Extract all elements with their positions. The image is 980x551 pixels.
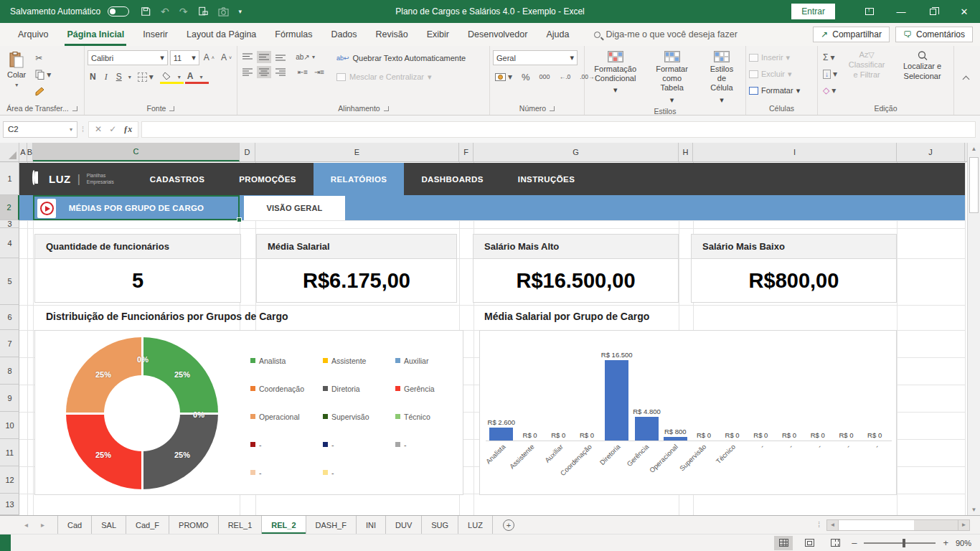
align-bottom-button[interactable] — [273, 51, 288, 63]
selected-cell-c2[interactable]: MÉDIAS POR GRUPO DE CARGO — [33, 195, 240, 220]
legend-item[interactable]: Técnico — [395, 413, 468, 421]
row-header-7[interactable]: 7 — [0, 330, 19, 357]
ribbon-tab-arquivo[interactable]: Arquivo — [9, 23, 57, 46]
bar[interactable] — [635, 417, 659, 441]
select-all-corner[interactable] — [0, 143, 19, 161]
sheet-tab-sal[interactable]: SAL — [92, 516, 126, 534]
legend-item[interactable]: Diretoria — [323, 385, 395, 393]
number-dialog-launcher-icon[interactable] — [550, 106, 555, 111]
legend-item[interactable]: Operacional — [250, 413, 323, 421]
row-header-6[interactable]: 6 — [0, 305, 19, 330]
legend-item[interactable]: Supervisão — [323, 413, 395, 421]
align-top-button[interactable] — [240, 51, 255, 63]
row-header-1[interactable]: 1 — [0, 163, 19, 195]
column-header-H[interactable]: H — [679, 143, 693, 161]
name-box[interactable]: C2▾ — [3, 121, 77, 138]
row-header-12[interactable]: 12 — [0, 466, 19, 494]
sheet-tab-cad[interactable]: Cad — [57, 516, 92, 534]
row-header-9[interactable]: 9 — [0, 385, 19, 412]
play-button[interactable] — [37, 199, 56, 218]
horizontal-scrollbar-thumb[interactable] — [839, 520, 914, 530]
cut-button[interactable]: ✂ — [33, 51, 53, 65]
ribbon-tab-página-inicial[interactable]: Página Inicial — [57, 23, 133, 46]
insert-function-icon[interactable]: ƒx — [123, 124, 132, 135]
font-name-combo[interactable]: Calibri▾ — [88, 50, 168, 65]
sheet-tab-rel_1[interactable]: REL_1 — [219, 516, 263, 534]
restore-button[interactable] — [917, 0, 948, 23]
delete-cells-button[interactable]: Excluir▾ — [749, 67, 814, 81]
zoom-slider-thumb[interactable] — [903, 539, 905, 547]
fill-color-button[interactable] — [160, 70, 174, 84]
sheet-tab-duv[interactable]: DUV — [386, 516, 422, 534]
format-painter-button[interactable] — [33, 84, 53, 98]
bar[interactable] — [489, 428, 513, 441]
row-header-13[interactable]: 13 — [0, 494, 19, 515]
ribbon-tab-dados[interactable]: Dados — [321, 23, 366, 46]
ribbon-tab-ajuda[interactable]: Ajuda — [537, 23, 578, 46]
column-header-G[interactable]: G — [473, 143, 679, 161]
accounting-format-button[interactable]: ▾ — [493, 70, 514, 84]
formula-input[interactable] — [141, 121, 976, 138]
format-as-table-button[interactable]: Formatar como Tabela▾ — [646, 49, 698, 107]
scroll-up-icon[interactable]: ▲ — [968, 143, 980, 154]
row-header-11[interactable]: 11 — [0, 439, 19, 466]
wrap-text-button[interactable]: ab↩Quebrar Texto Automaticamente — [336, 51, 466, 65]
column-header-I[interactable]: I — [693, 143, 897, 161]
column-header-J[interactable]: J — [897, 143, 965, 161]
percent-style-button[interactable]: % — [519, 70, 532, 84]
tabbar-resize-handle[interactable]: ⁞ — [818, 516, 821, 534]
legend-item[interactable]: - — [250, 468, 323, 477]
font-dialog-launcher-icon[interactable] — [169, 106, 174, 111]
normal-view-button[interactable] — [774, 536, 793, 550]
row-header-5[interactable]: 5 — [0, 258, 19, 305]
grow-font-button[interactable]: A˄ — [202, 50, 217, 65]
row-header-8[interactable]: 8 — [0, 357, 19, 385]
column-header-D[interactable]: D — [240, 143, 255, 161]
legend-item[interactable]: - — [395, 441, 468, 449]
save-icon[interactable] — [141, 6, 151, 17]
merge-center-button[interactable]: Mesclar e Centralizar▾ — [336, 70, 466, 84]
nav-item-promoções[interactable]: PROMOÇÕES — [222, 163, 314, 195]
number-format-combo[interactable]: Geral▾ — [493, 50, 578, 65]
nav-item-instruções[interactable]: INSTRUÇÕES — [501, 163, 592, 195]
zoom-in-icon[interactable]: + — [943, 537, 948, 548]
sheet-tab-promo[interactable]: PROMO — [169, 516, 219, 534]
legend-item[interactable]: Coordenação — [250, 385, 323, 393]
font-color-button[interactable]: A — [185, 70, 196, 84]
font-size-combo[interactable]: 11▾ — [170, 50, 199, 65]
new-sheet-button[interactable]: + — [503, 519, 514, 531]
horizontal-scrollbar[interactable]: ◄ ► — [826, 519, 970, 531]
ribbon-tab-revisão[interactable]: Revisão — [367, 23, 418, 46]
format-cells-button[interactable]: Formatar▾ — [749, 83, 814, 98]
subtab-visao-geral[interactable]: VISÃO GERAL — [244, 196, 345, 220]
column-header-F[interactable]: F — [459, 143, 473, 161]
zoom-slider[interactable] — [864, 542, 936, 544]
legend-item[interactable]: Assistente — [323, 357, 395, 365]
sort-filter-button[interactable]: AZ▽ Classificar e Filtrar — [842, 49, 891, 81]
alignment-dialog-launcher-icon[interactable] — [384, 106, 389, 111]
nav-item-dashboards[interactable]: DASHBOARDS — [404, 163, 500, 195]
legend-item[interactable]: - — [323, 468, 395, 477]
bar-chart-panel[interactable]: R$ 2.600R$ 0R$ 0R$ 0R$ 16.500R$ 4.800R$ … — [479, 330, 897, 495]
share-button[interactable]: ↗Compartilhar — [813, 27, 890, 42]
comments-button[interactable]: 🗨Comentários — [895, 27, 973, 42]
autosum-button[interactable]: Σ▾ — [821, 50, 839, 65]
shrink-font-button[interactable]: A˅ — [219, 50, 234, 65]
legend-item[interactable]: - — [250, 441, 323, 449]
tell-me-search[interactable]: Diga-me o que você deseja fazer — [594, 29, 737, 39]
legend-item[interactable]: Auxiliar — [395, 357, 468, 365]
bold-button[interactable]: N — [88, 70, 98, 84]
align-right-button[interactable] — [273, 66, 288, 78]
vertical-scrollbar-thumb[interactable] — [969, 157, 979, 213]
cell-styles-button[interactable]: Estilos de Célula▾ — [701, 49, 743, 107]
underline-button[interactable]: S — [114, 70, 124, 84]
paste-button[interactable]: Colar▾ — [3, 49, 30, 92]
worksheet-grid[interactable]: 12345678910111213 LUZ | PlanilhasEmpresa… — [0, 162, 967, 515]
nav-item-cadastros[interactable]: CADASTROS — [133, 163, 222, 195]
bar[interactable] — [605, 360, 628, 441]
comma-style-button[interactable]: 000 — [537, 70, 552, 84]
align-center-button[interactable] — [257, 66, 271, 78]
sheet-tab-dash_f[interactable]: DASH_F — [306, 516, 357, 534]
increase-decimal-button[interactable]: ←.0 — [557, 70, 573, 84]
collapse-ribbon-button[interactable] — [954, 46, 971, 115]
